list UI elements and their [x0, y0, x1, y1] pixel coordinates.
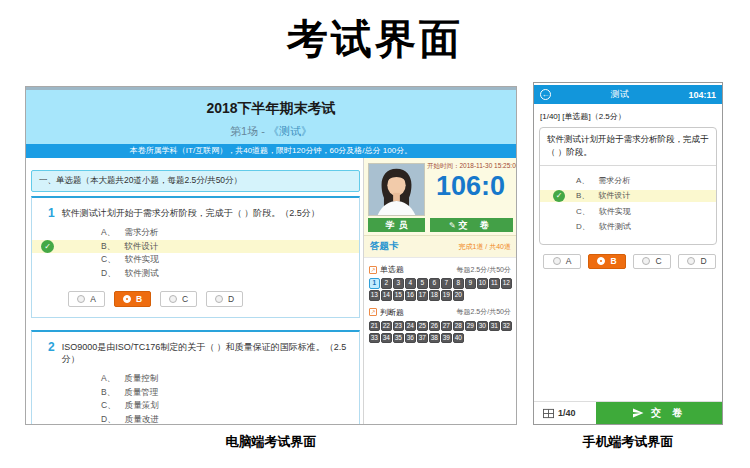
question-number-cell[interactable]: 18 — [429, 290, 440, 301]
answer-card-toggle[interactable]: 1/40 — [534, 402, 596, 424]
question-number-cell[interactable]: 16 — [405, 290, 416, 301]
question-number-cell[interactable]: 19 — [441, 290, 452, 301]
question-number-cell[interactable]: 25 — [417, 321, 428, 332]
check-icon: ✓ — [553, 190, 565, 202]
answer-button[interactable]: D — [678, 254, 716, 269]
option-row[interactable]: ✓A、需求分析 — [540, 175, 716, 187]
answer-button[interactable]: B — [114, 291, 151, 307]
question-number-cell[interactable]: 28 — [453, 321, 464, 332]
option-text: 质量改进 — [125, 414, 159, 424]
option-row[interactable]: ✓D、质量改进 — [32, 413, 359, 426]
question-number-cell[interactable]: 35 — [393, 333, 404, 344]
section-icon: ↗ — [369, 308, 377, 316]
question-number-cell[interactable]: 30 — [477, 321, 488, 332]
option-label: C、 — [101, 254, 116, 264]
option-row[interactable]: ✓C、软件实现 — [32, 253, 359, 267]
option-list: ✓A、需求分析 ✓B、软件设计 ✓C、软件实现 ✓D、软件测试 — [32, 226, 359, 280]
question-number-cell[interactable]: 39 — [441, 333, 452, 344]
option-list: ✓A、需求分析 ✓B、软件设计 ✓C、软件实现 ✓D、软件测试 — [540, 166, 716, 244]
card-grid-icon — [543, 408, 554, 419]
question-number-cell[interactable]: 7 — [441, 278, 452, 289]
radio-icon — [169, 295, 177, 303]
question-number-cell[interactable]: 27 — [441, 321, 452, 332]
answer-button-label: A — [90, 294, 96, 304]
answer-button[interactable]: D — [206, 291, 243, 307]
answer-button[interactable]: A — [543, 254, 581, 269]
option-text: 软件实现 — [125, 254, 159, 264]
question-number-cell[interactable]: 24 — [405, 321, 416, 332]
option-row[interactable]: ✓B、质量管理 — [32, 386, 359, 400]
question-meta: [1/40] [单选题]（2.5分） — [534, 104, 722, 127]
question-number-cell[interactable]: 6 — [429, 278, 440, 289]
card-section-row: ↗判断题 每题2.5分/共50分 — [369, 307, 511, 318]
option-label: A、 — [576, 176, 589, 185]
submit-button[interactable]: ✎ 交 卷 — [430, 218, 513, 232]
paper-plane-icon — [632, 407, 644, 419]
option-row[interactable]: ✓A、需求分析 — [32, 226, 359, 240]
question-number-cell[interactable]: 5 — [417, 278, 428, 289]
option-row[interactable]: ✓D、软件测试 — [32, 267, 359, 281]
mobile-caption: 手机端考试界面 — [533, 433, 723, 451]
back-icon[interactable]: ← — [540, 89, 551, 100]
question-number-cell[interactable]: 11 — [489, 278, 500, 289]
question-column: 一、单选题（本大题共20道小题，每题2.5分/共50分） 1 软件测试计划开始于… — [26, 158, 363, 424]
answer-button-row: A B C D — [534, 245, 722, 269]
answer-button[interactable]: A — [68, 291, 105, 307]
option-row[interactable]: ✓B、软件设计 — [540, 190, 716, 202]
question-number-cell[interactable]: 3 — [393, 278, 404, 289]
option-row[interactable]: ✓C、软件实现 — [540, 206, 716, 218]
question-number-cell[interactable]: 14 — [381, 290, 392, 301]
option-row[interactable]: ✓D、软件测试 — [540, 221, 716, 233]
question-number-cell[interactable]: 9 — [465, 278, 476, 289]
question-title: 2 ISO9000是由ISO/TC176制定的关于（ ）和质量保证的国际标准。（… — [32, 341, 359, 365]
mobile-exam-panel: ← 测试 104:11 [1/40] [单选题]（2.5分） 软件测试计划开始于… — [533, 82, 723, 425]
question-number-cell[interactable]: 29 — [465, 321, 476, 332]
desktop-caption: 电脑端考试界面 — [25, 433, 517, 451]
question-number-cell[interactable]: 33 — [369, 333, 380, 344]
question-number-cell[interactable]: 20 — [453, 290, 464, 301]
option-label: C、 — [576, 207, 590, 216]
option-label: B、 — [101, 387, 115, 397]
option-label: D、 — [101, 414, 116, 424]
answer-button[interactable]: B — [588, 254, 626, 269]
question-number-cell[interactable]: 31 — [489, 321, 500, 332]
option-row[interactable]: ✓B、软件设计 — [32, 240, 359, 254]
option-row[interactable]: ✓C、质量策划 — [32, 399, 359, 413]
mobile-submit-button[interactable]: 交 卷 — [596, 402, 722, 424]
question-number-cell[interactable]: 22 — [381, 321, 392, 332]
question-number-cell[interactable]: 4 — [405, 278, 416, 289]
card-section-label: 判断题 — [380, 307, 404, 318]
radio-icon — [123, 295, 131, 303]
question-number-cell[interactable]: 10 — [477, 278, 488, 289]
question-number-cell[interactable]: 36 — [405, 333, 416, 344]
option-row[interactable]: ✓A、质量控制 — [32, 372, 359, 386]
question-number-cell[interactable]: 13 — [369, 290, 380, 301]
question-number-cell[interactable]: 26 — [429, 321, 440, 332]
slide: 考试界面 2018下半年期末考试 第1场 - 《测试》 本卷所属学科（IT/互联… — [0, 0, 750, 468]
answer-button-label: D — [700, 256, 706, 266]
option-text: 软件测试 — [599, 222, 631, 231]
question-number-cell[interactable]: 32 — [501, 321, 512, 332]
question-number-cell[interactable]: 38 — [429, 333, 440, 344]
option-text: 软件测试 — [125, 268, 159, 278]
mobile-header: ← 测试 104:11 — [534, 85, 722, 104]
student-timer-block: 学员 开始时间：2018-11-30 15:25:00 106:0 ✎ 交 卷 — [364, 158, 516, 236]
answer-button[interactable]: C — [633, 254, 671, 269]
question-number: 2 — [48, 341, 55, 353]
question-number-cell[interactable]: 34 — [381, 333, 392, 344]
question-number-cell[interactable]: 8 — [453, 278, 464, 289]
option-label: A、 — [101, 373, 115, 383]
question-number-cell[interactable]: 12 — [501, 278, 512, 289]
question-number-cell[interactable]: 15 — [393, 290, 404, 301]
pencil-icon: ✎ — [449, 221, 456, 230]
option-text: 质量策划 — [125, 400, 159, 410]
question-number-cell[interactable]: 23 — [393, 321, 404, 332]
question-number-cell[interactable]: 1 — [369, 278, 380, 289]
question-number-cell[interactable]: 40 — [453, 333, 464, 344]
question-number-cell[interactable]: 17 — [417, 290, 428, 301]
judge-grid: 2122232425262728293031323334353637383940 — [369, 321, 513, 344]
question-number-cell[interactable]: 21 — [369, 321, 380, 332]
question-number-cell[interactable]: 37 — [417, 333, 428, 344]
question-number-cell[interactable]: 2 — [381, 278, 392, 289]
answer-button[interactable]: C — [160, 291, 197, 307]
